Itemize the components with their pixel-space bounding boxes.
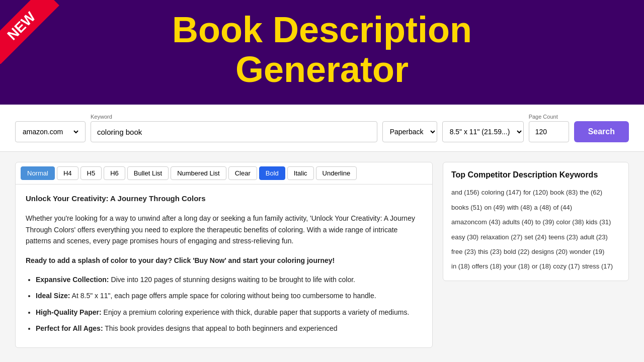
list-item: Expansive Collection: Dive into 120 page… bbox=[36, 274, 422, 285]
keyword-tag: wonder (19) bbox=[570, 246, 604, 257]
keyword-tag: or (18) bbox=[532, 260, 551, 272]
bullet-label-0: Expansive Collection: bbox=[36, 276, 109, 284]
format-select[interactable]: Paperback Hardcover eBook bbox=[382, 121, 437, 142]
keyword-tag: your (18) bbox=[504, 260, 530, 272]
keyword-tag: free (23) bbox=[451, 246, 476, 257]
editor-panel: Normal H4 H5 H6 Bullet List Numbered Lis… bbox=[15, 162, 433, 347]
keyword-tag: amazoncom (43) bbox=[451, 216, 501, 228]
keyword-tag: stress (17) bbox=[582, 260, 613, 272]
editor-bullet-list: Expansive Collection: Dive into 120 page… bbox=[26, 274, 422, 334]
title-line2: Generator bbox=[235, 49, 409, 89]
toolbar-h6[interactable]: H6 bbox=[104, 166, 125, 180]
title-line1: Book Description bbox=[172, 10, 472, 50]
search-button[interactable]: Search bbox=[574, 121, 629, 142]
toolbar-bullet-list[interactable]: Bullet List bbox=[127, 166, 169, 180]
keyword-tag: easy (30) bbox=[451, 231, 478, 243]
keyword-tag: of (44) bbox=[553, 202, 572, 213]
keyword-tag: adult (23) bbox=[580, 231, 608, 243]
keywords-cloud: and (156)coloring (147)for (120)book (83… bbox=[451, 187, 620, 272]
marketplace-field: amazon.com amazon.co.uk amazon.de bbox=[15, 120, 86, 142]
marketplace-select-wrapper[interactable]: amazon.com amazon.co.uk amazon.de bbox=[15, 121, 86, 142]
keyword-tag: a (48) bbox=[534, 202, 551, 213]
editor-heading: Unlock Your Creativity: A Journey Throug… bbox=[26, 193, 422, 205]
toolbar-numbered-list[interactable]: Numbered List bbox=[171, 166, 226, 180]
keyword-tag: color (38) bbox=[556, 216, 584, 228]
keyword-tag: teens (23) bbox=[548, 231, 578, 243]
bullet-text-3: This book provides designs that appeal t… bbox=[105, 324, 337, 332]
toolbar-bold[interactable]: Bold bbox=[259, 166, 285, 180]
keyword-tag: on (49) bbox=[484, 202, 505, 213]
keywords-panel: Top Competitor Description Keywords and … bbox=[443, 162, 629, 281]
keyword-tag: kids (31) bbox=[586, 216, 611, 228]
page-count-label: Page Count bbox=[529, 114, 569, 120]
keyword-tag: and (156) bbox=[451, 187, 479, 198]
bullet-text-1: At 8.5" x 11", each page offers ample sp… bbox=[72, 292, 376, 300]
editor-toolbar: Normal H4 H5 H6 Bullet List Numbered Lis… bbox=[16, 162, 432, 185]
keywords-title: Top Competitor Description Keywords bbox=[451, 170, 620, 179]
keyword-label: Keyword bbox=[91, 114, 377, 120]
page-count-field: Page Count bbox=[529, 114, 569, 142]
editor-body: Whether you're looking for a way to unwi… bbox=[26, 213, 422, 246]
size-select[interactable]: 8.5" x 11" (21.59...) 6" x 9" 5" x 8" bbox=[442, 121, 524, 142]
keyword-tag: designs (20) bbox=[531, 246, 568, 257]
keyword-tag: cozy (17) bbox=[553, 260, 580, 272]
editor-cta: Ready to add a splash of color to your d… bbox=[26, 255, 422, 266]
new-badge-text: NEW bbox=[0, 0, 59, 64]
toolbar-h4[interactable]: H4 bbox=[57, 166, 78, 180]
bullet-label-1: Ideal Size: bbox=[36, 292, 70, 300]
header: NEW Book Description Generator bbox=[0, 0, 644, 105]
toolbar-underline[interactable]: Underline bbox=[316, 166, 357, 180]
keyword-tag: with (48) bbox=[507, 202, 532, 213]
keyword-tag: for (120) bbox=[523, 187, 548, 198]
list-item: Ideal Size: At 8.5" x 11", each page off… bbox=[36, 290, 422, 301]
list-item: Perfect for All Ages: This book provides… bbox=[36, 323, 422, 334]
keyword-tag: this (23) bbox=[478, 246, 502, 257]
search-bar: amazon.com amazon.co.uk amazon.de Keywor… bbox=[0, 105, 644, 152]
keyword-input[interactable] bbox=[91, 121, 377, 142]
keyword-tag: relaxation (27) bbox=[480, 231, 522, 243]
new-badge: NEW bbox=[0, 0, 80, 80]
keyword-tag: book (83) bbox=[550, 187, 578, 198]
keyword-tag: to (39) bbox=[535, 216, 554, 228]
bullet-text-2: Enjoy a premium coloring experience with… bbox=[104, 308, 410, 316]
keyword-tag: the (62) bbox=[580, 187, 602, 198]
toolbar-normal[interactable]: Normal bbox=[21, 166, 55, 180]
toolbar-h5[interactable]: H5 bbox=[80, 166, 102, 180]
editor-content[interactable]: Unlock Your Creativity: A Journey Throug… bbox=[16, 185, 432, 347]
keyword-tag: adults (40) bbox=[503, 216, 533, 228]
keyword-tag: books (51) bbox=[451, 202, 482, 213]
page-title: Book Description Generator bbox=[20, 10, 624, 89]
keyword-tag: coloring (147) bbox=[481, 187, 522, 198]
size-field: 8.5" x 11" (21.59...) 6" x 9" 5" x 8" bbox=[442, 120, 524, 142]
toolbar-clear[interactable]: Clear bbox=[228, 166, 257, 180]
marketplace-select[interactable]: amazon.com amazon.co.uk amazon.de bbox=[21, 127, 80, 136]
keyword-field: Keyword bbox=[91, 114, 377, 142]
keyword-tag: set (24) bbox=[524, 231, 546, 243]
page-count-input[interactable] bbox=[529, 121, 569, 142]
bullet-text-0: Dive into 120 pages of stunning designs … bbox=[111, 276, 355, 284]
main-content: Normal H4 H5 H6 Bullet List Numbered Lis… bbox=[0, 152, 644, 357]
keyword-tag: offers (18) bbox=[472, 260, 502, 272]
list-item: High-Quality Paper: Enjoy a premium colo… bbox=[36, 307, 422, 318]
toolbar-italic[interactable]: Italic bbox=[287, 166, 314, 180]
bullet-label-3: Perfect for All Ages: bbox=[36, 324, 103, 332]
keyword-tag: bold (22) bbox=[504, 246, 529, 257]
bullet-label-2: High-Quality Paper: bbox=[36, 308, 102, 316]
keyword-tag: in (18) bbox=[451, 260, 470, 272]
format-field: Paperback Hardcover eBook bbox=[382, 120, 437, 142]
